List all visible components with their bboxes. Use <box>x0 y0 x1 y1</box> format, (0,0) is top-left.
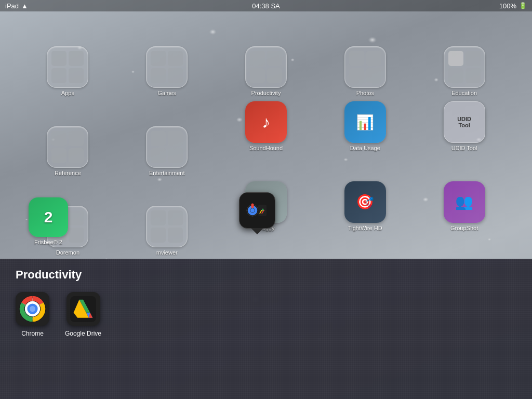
chrome-icon-svg <box>18 295 47 323</box>
app-udidtool[interactable]: UDIDTool UDID Tool <box>417 101 511 176</box>
app-soundhound[interactable]: ♪ SoundHound <box>219 101 313 176</box>
device-label: iPad <box>5 2 19 10</box>
panel-apps-container: Chrome Google Drive <box>0 287 532 342</box>
folder-doremon-label: Doremon <box>56 249 79 256</box>
folder-games-label: Games <box>157 90 176 96</box>
svg-point-3 <box>250 208 255 212</box>
app-tightwire[interactable]: 🎯 TightWire HD <box>318 181 412 256</box>
panel-app-chrome-label: Chrome <box>21 330 44 337</box>
battery-icon: 🔋 <box>519 2 527 9</box>
folder-education-label: Education <box>451 90 477 96</box>
status-bar: iPad ▲ 04:38 SA 100% 🔋 <box>0 0 532 11</box>
app-soundhound-label: SoundHound <box>249 145 283 151</box>
app-frisbee2-label: Frisbee® 2 <box>34 239 62 245</box>
status-left: iPad ▲ <box>5 2 28 10</box>
folder-entertainment[interactable]: Entertainment <box>120 101 214 176</box>
panel-app-chrome[interactable]: Chrome <box>16 292 49 337</box>
folder-entertainment-label: Entertainment <box>149 170 184 176</box>
folder-reference-label: Reference <box>55 170 81 176</box>
app-tightwire-label: TightWire HD <box>348 225 382 231</box>
folder-reference[interactable]: Reference <box>21 101 115 176</box>
wifi-icon: ▲ <box>21 2 28 10</box>
panel-app-googledrive[interactable]: Google Drive <box>65 292 101 337</box>
folder-education[interactable]: Education <box>417 22 511 96</box>
folder-photos-label: Photos <box>356 90 374 96</box>
folder-apps-label: Apps <box>61 90 74 96</box>
open-folder-icon[interactable] <box>239 192 275 231</box>
productivity-panel: Productivity <box>0 259 532 399</box>
folder-mviewer[interactable]: mviewer <box>120 181 214 256</box>
panel-app-googledrive-label: Google Drive <box>65 330 101 337</box>
folder-productivity-label: Productivity <box>251 90 281 96</box>
gdrive-icon-svg <box>70 296 96 322</box>
app-udidtool-label: UDID Tool <box>451 145 477 151</box>
folder-apps[interactable]: Apps <box>21 22 115 96</box>
svg-point-11 <box>30 306 35 312</box>
folder-productivity[interactable]: Productivity <box>219 22 313 96</box>
folder-mviewer-label: mviewer <box>156 249 178 256</box>
app-datausage-label: Data Usage <box>350 145 380 151</box>
status-time: 04:38 SA <box>252 2 280 10</box>
app-groupshot-label: GroupShot <box>450 225 478 231</box>
app-frisbee2[interactable]: 2 Frisbee® 2 <box>29 197 68 245</box>
chrome-drive-mini-icons <box>244 197 270 223</box>
app-groupshot[interactable]: 👥 GroupShot <box>417 181 511 256</box>
folder-photos[interactable]: Photos <box>318 22 412 96</box>
folder-games[interactable]: Games <box>120 22 214 96</box>
app-datausage[interactable]: 📊 Data Usage <box>318 101 412 176</box>
status-right: 100% 🔋 <box>499 2 527 10</box>
battery-percentage: 100% <box>499 2 516 10</box>
panel-title: Productivity <box>0 259 532 287</box>
